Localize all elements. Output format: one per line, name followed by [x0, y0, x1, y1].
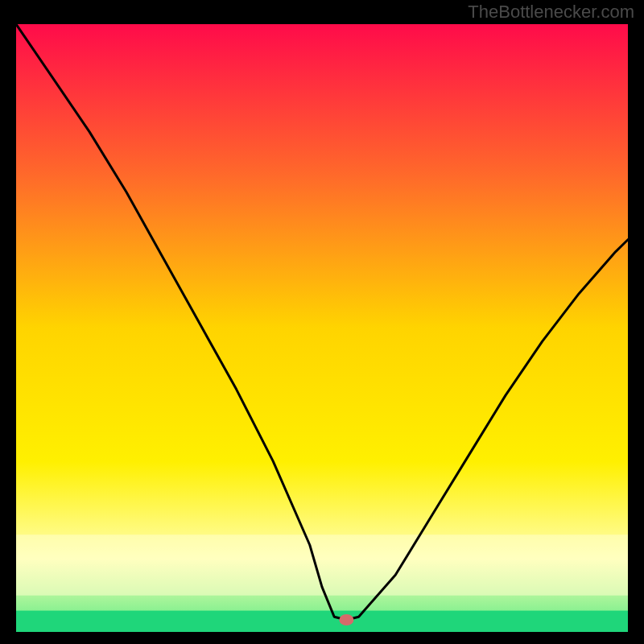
- chart-container: TheBottlenecker.com: [0, 0, 644, 644]
- marker-dot: [339, 614, 353, 625]
- plot-area: [16, 24, 628, 632]
- green-strip: [16, 611, 628, 632]
- watermark-text: TheBottlenecker.com: [468, 2, 634, 23]
- plot-svg: [16, 24, 628, 632]
